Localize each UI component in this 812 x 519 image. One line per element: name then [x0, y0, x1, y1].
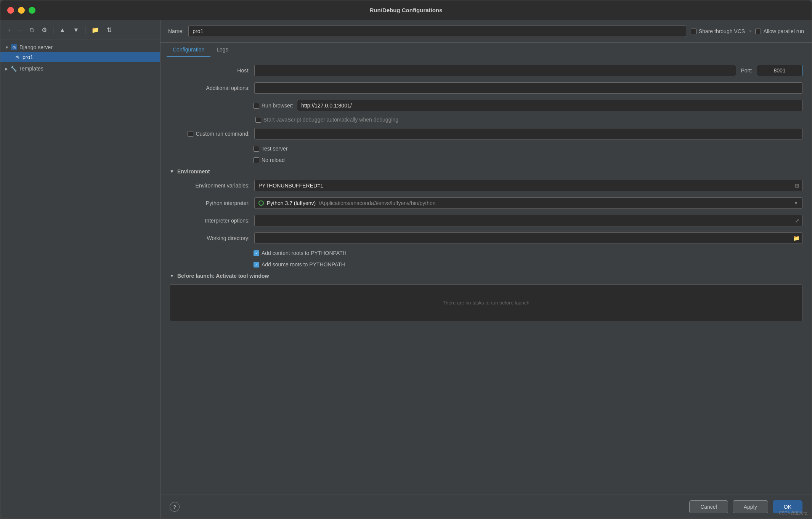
help-button[interactable]: ? — [170, 502, 180, 512]
copy-button[interactable]: ⧉ — [27, 25, 36, 35]
add-button[interactable]: + — [5, 25, 13, 35]
add-source-roots-cb-box: ✓ — [254, 262, 259, 268]
environment-section-header[interactable]: ▼ Environment — [170, 168, 802, 175]
working-directory-browse-button[interactable]: 📁 — [793, 235, 799, 241]
settings-button[interactable]: ⚙ — [39, 25, 49, 35]
custom-run-checkbox[interactable]: Custom run command: — [188, 131, 250, 137]
minimize-button[interactable] — [18, 7, 25, 14]
interpreter-label: Python interpreter: — [170, 200, 250, 206]
apply-button[interactable]: Apply — [733, 500, 768, 513]
maximize-button[interactable] — [29, 7, 35, 14]
window-controls — [7, 7, 35, 14]
add-content-roots-label: Add content roots to PYTHONPATH — [262, 250, 347, 256]
parallel-run-cb-box — [755, 29, 761, 34]
interpreter-options-input[interactable] — [254, 215, 802, 226]
environment-arrow-icon: ▼ — [170, 169, 174, 174]
django-icon: dj — [11, 44, 17, 50]
no-reload-checkbox[interactable]: No reload — [254, 157, 285, 163]
interpreter-options-label: Interpreter options: — [170, 218, 250, 224]
interpreter-dropdown-icon: ▼ — [794, 200, 798, 206]
name-input[interactable] — [188, 26, 686, 37]
test-server-checkbox[interactable]: Test server — [254, 146, 287, 152]
interpreter-select[interactable]: Python 3.7 (luffyenv) /Applications/anac… — [254, 197, 802, 209]
cancel-button[interactable]: Cancel — [689, 500, 728, 513]
tree-group-templates[interactable]: ▶ 🔧 Templates — [0, 64, 160, 74]
run-browser-checkbox[interactable]: Run browser: — [254, 103, 293, 109]
tab-bar: Configuration Logs — [160, 43, 812, 57]
folder-button[interactable]: 📁 — [89, 25, 101, 35]
port-input[interactable] — [757, 65, 802, 76]
name-label: Name: — [168, 28, 184, 34]
custom-run-label: Custom run command: — [196, 131, 250, 137]
additional-options-input[interactable] — [254, 82, 802, 94]
expand-arrow-templates: ▶ — [5, 67, 8, 71]
tree-item-pro1[interactable]: dj pro1 — [0, 52, 160, 62]
add-content-roots-row: ✓ Add content roots to PYTHONPATH — [170, 250, 802, 256]
down-button[interactable]: ▼ — [71, 25, 82, 35]
tree-group-django[interactable]: ▼ dj Django server — [0, 42, 160, 52]
vcs-area: Share through VCS ? Allow parallel run — [691, 28, 804, 34]
before-launch-empty-text: There are no tasks to run before launch — [443, 300, 530, 306]
run-browser-row: Run browser: — [170, 100, 802, 111]
interpreter-options-expand-button[interactable]: ⤢ — [795, 218, 799, 224]
title-bar: Run/Debug Configurations — [0, 0, 812, 20]
tab-configuration[interactable]: Configuration — [167, 43, 210, 57]
env-vars-wrapper: ⊞ — [254, 180, 802, 191]
config-tree: ▼ dj Django server dj pro1 ▶ 🔧 Templates — [0, 40, 160, 519]
name-bar: Name: Share through VCS ? Allow parallel… — [160, 20, 812, 43]
sort-button[interactable]: ⇅ — [104, 25, 114, 35]
remove-button[interactable]: − — [16, 25, 24, 35]
bottom-left-area: ? — [170, 502, 180, 512]
run-browser-url-input[interactable] — [297, 100, 802, 111]
additional-options-label: Additional options: — [170, 85, 250, 91]
custom-run-cb-box — [188, 131, 193, 137]
add-source-roots-label: Add source roots to PYTHONPATH — [262, 261, 345, 268]
tab-logs[interactable]: Logs — [210, 43, 234, 57]
working-directory-label: Working directory: — [170, 235, 250, 241]
js-debugger-checkbox[interactable]: Start JavaScript debugger automatically … — [255, 117, 398, 123]
share-vcs-checkbox[interactable]: Share through VCS — [691, 28, 745, 34]
js-debugger-row: Start JavaScript debugger automatically … — [170, 117, 802, 123]
add-source-roots-row: ✓ Add source roots to PYTHONPATH — [170, 261, 802, 268]
env-vars-row: Environment variables: ⊞ — [170, 180, 802, 191]
port-label: Port: — [741, 67, 752, 74]
close-button[interactable] — [7, 7, 14, 14]
interpreter-options-wrapper: ⤢ — [254, 215, 802, 226]
add-content-roots-checkbox[interactable]: ✓ Add content roots to PYTHONPATH — [254, 250, 347, 256]
no-reload-cb-box — [254, 157, 259, 163]
before-launch-title: Before launch: Activate tool window — [177, 273, 269, 279]
tree-group-django-label: Django server — [19, 44, 53, 50]
before-launch-header[interactable]: ▼ Before launch: Activate tool window — [170, 273, 802, 279]
share-vcs-label: Share through VCS — [699, 28, 745, 34]
config-area: Host: Port: Additional options: Run brow… — [160, 57, 812, 495]
no-reload-row: No reload — [170, 157, 802, 163]
expand-arrow-django: ▼ — [5, 45, 9, 50]
wrench-icon: 🔧 — [10, 66, 17, 72]
no-reload-label: No reload — [262, 157, 285, 163]
sidebar: + − ⧉ ⚙ ▲ ▼ 📁 ⇅ ▼ dj Django server — [0, 20, 160, 519]
env-vars-input[interactable] — [254, 180, 802, 191]
interpreter-select-inner: Python 3.7 (luffyenv) /Applications/anac… — [258, 200, 791, 206]
toolbar-divider-1 — [53, 26, 53, 34]
tree-group-templates-label: Templates — [19, 66, 43, 72]
host-label: Host: — [170, 67, 250, 74]
before-launch-empty-area: There are no tasks to run before launch — [170, 284, 802, 321]
js-debugger-label: Start JavaScript debugger automatically … — [263, 117, 398, 123]
parallel-run-checkbox[interactable]: Allow parallel run — [755, 28, 804, 34]
test-server-row: Test server — [170, 146, 802, 152]
before-launch-section: ▼ Before launch: Activate tool window Th… — [170, 273, 802, 321]
right-panel: Name: Share through VCS ? Allow parallel… — [160, 20, 812, 519]
env-vars-edit-button[interactable]: ⊞ — [795, 183, 799, 189]
add-source-roots-checkbox[interactable]: ✓ Add source roots to PYTHONPATH — [254, 261, 345, 268]
up-button[interactable]: ▲ — [57, 25, 68, 35]
custom-run-input[interactable] — [254, 128, 802, 139]
vcs-help-icon[interactable]: ? — [749, 29, 751, 34]
working-directory-input[interactable] — [254, 232, 802, 244]
before-launch-arrow-icon: ▼ — [170, 273, 174, 279]
interpreter-name: Python 3.7 (luffyenv) — [267, 200, 316, 206]
host-input[interactable] — [254, 65, 736, 76]
run-browser-label: Run browser: — [262, 103, 293, 109]
working-directory-row: Working directory: 📁 — [170, 232, 802, 244]
python-indicator-icon — [258, 200, 264, 206]
interpreter-row: Python interpreter: Python 3.7 (luffyenv… — [170, 197, 802, 209]
